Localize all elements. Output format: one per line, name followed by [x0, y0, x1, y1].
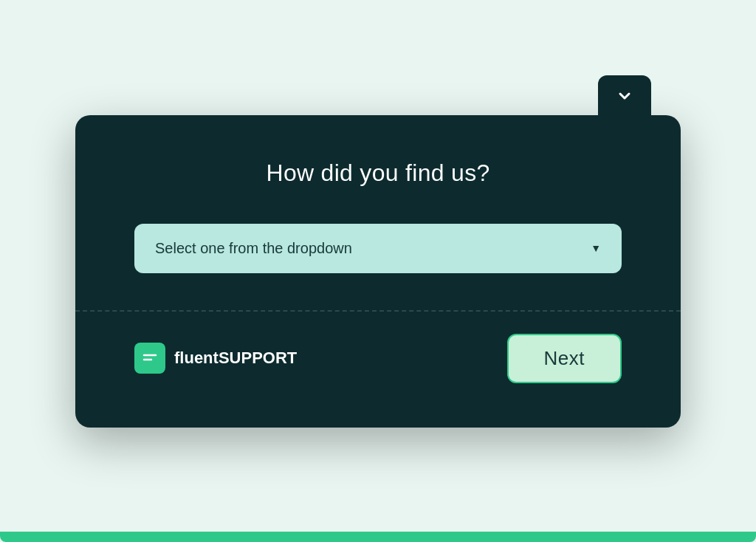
next-button[interactable]: Next	[507, 334, 622, 383]
page-wrapper: How did you find us? Select one from the…	[0, 0, 756, 542]
modal-card: How did you find us? Select one from the…	[75, 115, 681, 428]
brand-icon	[134, 343, 165, 374]
source-dropdown[interactable]: Select one from the dropdown ▼	[134, 224, 622, 273]
brand-logo: fluentSUPPORT	[134, 343, 297, 374]
dropdown-arrow-icon: ▼	[591, 242, 601, 254]
bottom-bar	[0, 532, 756, 542]
dropdown-placeholder: Select one from the dropdown	[155, 240, 352, 257]
card-footer: fluentSUPPORT Next	[75, 334, 681, 383]
collapse-tab[interactable]	[598, 75, 651, 117]
brand-name: fluentSUPPORT	[174, 349, 297, 368]
question-title: How did you find us?	[134, 159, 622, 187]
card-content: How did you find us? Select one from the…	[75, 115, 681, 273]
section-divider	[75, 310, 681, 312]
